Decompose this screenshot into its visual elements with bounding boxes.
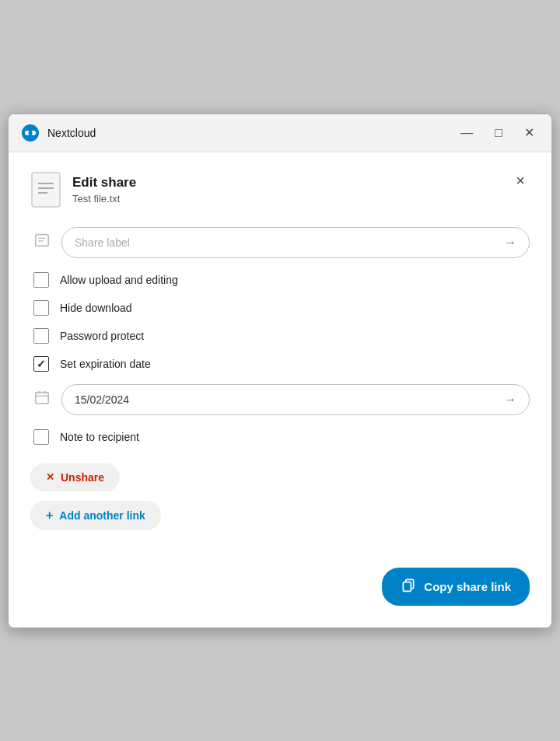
main-window: Nextcloud — □ ✕ Edit share Test file.txt <box>8 114 552 628</box>
unshare-icon: ✕ <box>46 471 54 483</box>
dialog-close-button[interactable]: × <box>511 171 530 190</box>
share-label-input-wrapper: → <box>61 227 530 258</box>
date-field-wrapper[interactable]: 15/02/2024 → <box>61 384 530 415</box>
svg-point-4 <box>29 131 33 135</box>
svg-rect-5 <box>32 173 60 207</box>
hide-download-row: Hide download <box>30 300 530 316</box>
unshare-label: Unshare <box>61 471 104 484</box>
password-protect-checkbox[interactable] <box>33 328 49 344</box>
allow-upload-checkbox[interactable] <box>33 272 49 288</box>
calendar-icon <box>30 389 54 410</box>
expiration-date-label: Set expiration date <box>60 358 151 370</box>
password-protect-row: Password protect <box>30 328 530 344</box>
unshare-button[interactable]: ✕ Unshare <box>30 463 120 491</box>
share-label-arrow-icon: → <box>504 236 516 250</box>
window-close-button[interactable]: ✕ <box>520 125 539 141</box>
window-controls: — □ ✕ <box>456 125 539 141</box>
note-recipient-checkbox[interactable] <box>33 429 49 445</box>
action-buttons: ✕ Unshare + Add another link <box>30 463 530 530</box>
minimize-button[interactable]: — <box>456 125 478 141</box>
maximize-button[interactable]: □ <box>490 125 507 141</box>
share-label-input[interactable] <box>75 236 504 249</box>
dialog-content: Edit share Test file.txt × → <box>9 152 551 552</box>
svg-rect-12 <box>36 393 49 404</box>
hide-download-checkbox[interactable] <box>33 300 49 316</box>
title-bar: Nextcloud — □ ✕ <box>9 114 551 152</box>
hide-download-label: Hide download <box>60 302 132 314</box>
checkmark-icon: ✓ <box>37 358 46 370</box>
dialog-header: Edit share Test file.txt × <box>30 171 530 208</box>
dialog-title: Edit share <box>72 174 136 191</box>
app-logo <box>21 124 40 142</box>
allow-upload-label: Allow upload and editing <box>60 274 178 286</box>
allow-upload-row: Allow upload and editing <box>30 272 530 288</box>
header-text: Edit share Test file.txt <box>72 174 136 204</box>
note-recipient-label: Note to recipient <box>60 431 139 443</box>
copy-share-link-button[interactable]: Copy share link <box>382 568 530 606</box>
svg-rect-9 <box>36 235 49 246</box>
copy-icon <box>401 577 416 596</box>
date-row: 15/02/2024 → <box>30 384 530 415</box>
file-name: Test file.txt <box>72 193 136 204</box>
expiration-date-row: ✓ Set expiration date <box>30 356 530 372</box>
note-recipient-row: Note to recipient <box>30 429 530 445</box>
dialog-footer: Copy share link <box>9 552 551 627</box>
add-link-label: Add another link <box>59 509 145 522</box>
share-label-row: → <box>30 227 530 258</box>
add-link-button[interactable]: + Add another link <box>30 501 161 530</box>
label-icon <box>30 232 54 253</box>
header-info: Edit share Test file.txt <box>30 171 136 208</box>
date-arrow-icon: → <box>504 393 516 407</box>
add-link-icon: + <box>46 509 53 523</box>
copy-button-label: Copy share link <box>424 580 511 593</box>
expiration-date-checkbox[interactable]: ✓ <box>33 356 49 372</box>
app-title: Nextcloud <box>47 127 456 139</box>
date-value: 15/02/2024 <box>75 393 129 406</box>
file-icon <box>30 171 61 208</box>
svg-rect-17 <box>404 582 411 591</box>
password-protect-label: Password protect <box>60 330 144 342</box>
